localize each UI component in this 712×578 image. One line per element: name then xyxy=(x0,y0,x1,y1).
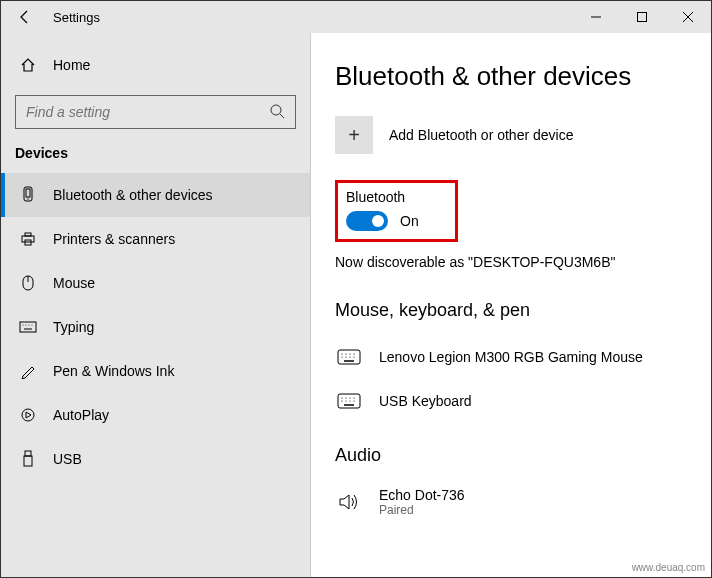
svg-line-3 xyxy=(280,114,284,118)
search-icon xyxy=(269,103,285,122)
autoplay-icon xyxy=(19,407,37,423)
device-row[interactable]: Lenovo Legion M300 RGB Gaming Mouse xyxy=(335,335,687,379)
sidebar-item-label: USB xyxy=(53,451,82,467)
pen-icon xyxy=(19,363,37,379)
sidebar: Home Devices Bluetooth & other devices P… xyxy=(1,33,311,577)
maximize-button[interactable] xyxy=(619,1,665,33)
svg-point-33 xyxy=(345,397,346,398)
sidebar-item-autoplay[interactable]: AutoPlay xyxy=(1,393,310,437)
svg-point-13 xyxy=(23,325,24,326)
back-button[interactable] xyxy=(1,1,49,33)
sidebar-item-printers[interactable]: Printers & scanners xyxy=(1,217,310,261)
plus-icon: + xyxy=(335,116,373,154)
minimize-button[interactable] xyxy=(573,1,619,33)
sidebar-item-pen[interactable]: Pen & Windows Ink xyxy=(1,349,310,393)
svg-rect-7 xyxy=(22,236,34,242)
svg-point-2 xyxy=(271,105,281,115)
search-box[interactable] xyxy=(15,95,296,129)
watermark: www.deuaq.com xyxy=(632,562,705,573)
svg-point-23 xyxy=(345,353,346,354)
svg-point-39 xyxy=(353,400,354,401)
printer-icon xyxy=(19,231,37,247)
sidebar-item-bluetooth[interactable]: Bluetooth & other devices xyxy=(1,173,310,217)
bluetooth-label: Bluetooth xyxy=(346,189,419,205)
page-heading: Bluetooth & other devices xyxy=(335,61,687,92)
sidebar-item-label: AutoPlay xyxy=(53,407,109,423)
sidebar-item-usb[interactable]: USB xyxy=(1,437,310,481)
svg-point-25 xyxy=(353,353,354,354)
svg-point-28 xyxy=(349,356,350,357)
svg-rect-19 xyxy=(25,451,31,456)
svg-point-34 xyxy=(349,397,350,398)
device-row[interactable]: Echo Dot-736 Paired xyxy=(335,480,687,524)
discoverable-text: Now discoverable as "DESKTOP-FQU3M6B" xyxy=(335,254,687,270)
svg-point-38 xyxy=(349,400,350,401)
svg-point-27 xyxy=(345,356,346,357)
toggle-knob xyxy=(372,215,384,227)
svg-point-16 xyxy=(32,325,33,326)
svg-rect-20 xyxy=(24,456,32,466)
bluetooth-state: On xyxy=(400,213,419,229)
mouse-icon xyxy=(19,274,37,292)
close-button[interactable] xyxy=(665,1,711,33)
svg-point-15 xyxy=(29,325,30,326)
svg-point-35 xyxy=(353,397,354,398)
svg-point-6 xyxy=(27,198,28,199)
window-title: Settings xyxy=(49,10,100,25)
device-status: Paired xyxy=(379,503,465,517)
sidebar-item-typing[interactable]: Typing xyxy=(1,305,310,349)
svg-point-36 xyxy=(341,400,342,401)
bluetooth-icon xyxy=(19,186,37,204)
device-name: Lenovo Legion M300 RGB Gaming Mouse xyxy=(379,349,643,365)
svg-rect-5 xyxy=(26,189,30,197)
main-content: Bluetooth & other devices + Add Bluetoot… xyxy=(311,33,711,577)
add-device-button[interactable]: + Add Bluetooth or other device xyxy=(335,116,687,154)
svg-point-32 xyxy=(341,397,342,398)
device-row[interactable]: USB Keyboard xyxy=(335,379,687,423)
home-label: Home xyxy=(53,57,90,73)
svg-point-37 xyxy=(345,400,346,401)
sidebar-item-label: Typing xyxy=(53,319,94,335)
svg-rect-21 xyxy=(338,350,360,364)
svg-point-26 xyxy=(341,356,342,357)
device-name: Echo Dot-736 xyxy=(379,487,465,503)
speaker-icon xyxy=(335,492,363,512)
home-icon xyxy=(19,57,37,73)
titlebar: Settings xyxy=(1,1,711,33)
svg-rect-1 xyxy=(638,13,647,22)
svg-rect-12 xyxy=(20,322,36,332)
svg-point-14 xyxy=(26,325,27,326)
sidebar-item-mouse[interactable]: Mouse xyxy=(1,261,310,305)
bluetooth-toggle[interactable] xyxy=(346,211,388,231)
sidebar-item-label: Pen & Windows Ink xyxy=(53,363,174,379)
keyboard-device-icon xyxy=(335,393,363,409)
svg-point-29 xyxy=(353,356,354,357)
bluetooth-highlight-box: Bluetooth On xyxy=(335,180,458,242)
svg-rect-8 xyxy=(25,233,31,236)
search-input[interactable] xyxy=(26,104,269,120)
sidebar-group-title: Devices xyxy=(1,145,310,173)
usb-icon xyxy=(19,450,37,468)
sidebar-item-label: Mouse xyxy=(53,275,95,291)
section-heading-audio: Audio xyxy=(335,445,687,466)
svg-point-18 xyxy=(22,409,34,421)
svg-point-22 xyxy=(341,353,342,354)
keyboard-device-icon xyxy=(335,349,363,365)
svg-rect-31 xyxy=(338,394,360,408)
sidebar-item-label: Printers & scanners xyxy=(53,231,175,247)
section-heading-mkp: Mouse, keyboard, & pen xyxy=(335,300,687,321)
sidebar-item-label: Bluetooth & other devices xyxy=(53,187,213,203)
home-nav[interactable]: Home xyxy=(1,43,310,87)
svg-point-24 xyxy=(349,353,350,354)
keyboard-icon xyxy=(19,321,37,333)
device-name: USB Keyboard xyxy=(379,393,472,409)
add-device-label: Add Bluetooth or other device xyxy=(389,127,573,143)
